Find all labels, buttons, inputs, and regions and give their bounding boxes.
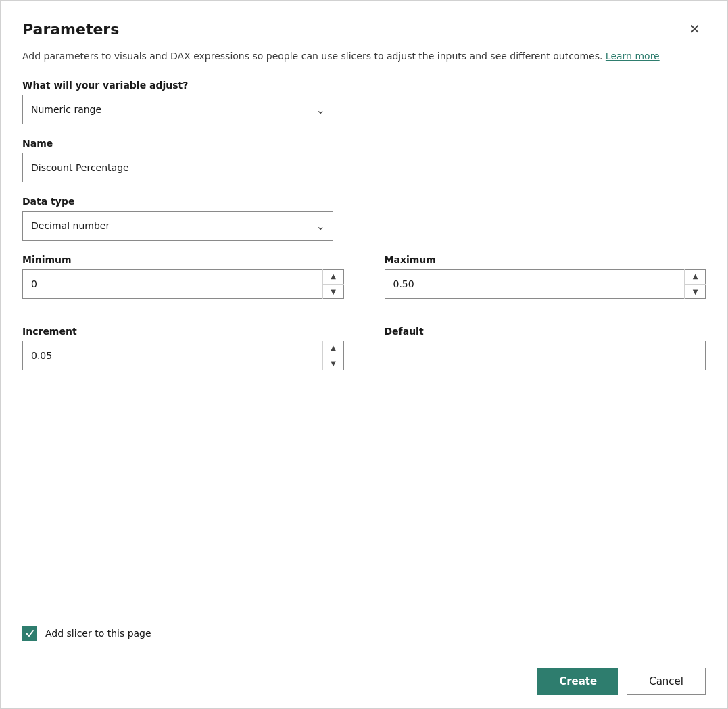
default-spinner-wrapper (385, 341, 706, 370)
name-field-group: Name (22, 138, 706, 182)
min-max-grid: Minimum ▲ ▼ Maximum (22, 254, 706, 312)
default-input[interactable] (385, 341, 706, 370)
maximum-down-button[interactable]: ▼ (685, 285, 706, 299)
increment-field-group: Increment ▲ ▼ (22, 326, 344, 370)
add-slicer-checkbox[interactable] (22, 626, 37, 641)
checkmark-icon (25, 629, 34, 638)
cancel-button[interactable]: Cancel (627, 668, 706, 695)
minimum-field-group: Minimum ▲ ▼ (22, 254, 344, 299)
data-type-select[interactable]: Decimal number Whole number Text Date (22, 211, 333, 241)
increment-label: Increment (22, 326, 344, 337)
down-arrow-icon-max: ▼ (693, 288, 698, 295)
name-label: Name (22, 138, 706, 149)
minimum-down-button[interactable]: ▼ (323, 285, 344, 299)
minimum-spinner-wrapper: ▲ ▼ (22, 269, 344, 299)
minimum-spinner-buttons: ▲ ▼ (322, 269, 344, 299)
add-slicer-label: Add slicer to this page (45, 628, 151, 639)
maximum-label: Maximum (385, 254, 706, 265)
data-type-label: Data type (22, 196, 706, 207)
increment-default-grid: Increment ▲ ▼ Default (22, 326, 706, 384)
variable-label: What will your variable adjust? (22, 80, 706, 91)
footer-section: Add slicer to this page (1, 612, 727, 654)
parameters-dialog: Parameters ✕ Add parameters to visuals a… (0, 0, 728, 709)
learn-more-link[interactable]: Learn more (606, 51, 660, 62)
default-field-group: Default (385, 326, 706, 370)
action-bar: Create Cancel (1, 654, 727, 708)
close-button[interactable]: ✕ (683, 20, 706, 39)
down-arrow-icon-inc: ▼ (331, 360, 336, 367)
up-arrow-icon-max: ▲ (693, 272, 698, 280)
create-button[interactable]: Create (537, 668, 618, 695)
maximum-up-button[interactable]: ▲ (685, 269, 706, 285)
increment-up-button[interactable]: ▲ (323, 341, 344, 356)
checkbox-row: Add slicer to this page (22, 626, 706, 641)
down-arrow-icon: ▼ (331, 288, 336, 295)
increment-spinner-buttons: ▲ ▼ (322, 341, 344, 370)
variable-select[interactable]: Numeric range List of values Any value (22, 95, 333, 124)
maximum-field-group: Maximum ▲ ▼ (385, 254, 706, 299)
up-arrow-icon: ▲ (331, 272, 336, 280)
increment-input[interactable] (22, 341, 344, 370)
maximum-spinner-buttons: ▲ ▼ (684, 269, 706, 299)
default-label: Default (385, 326, 706, 337)
close-icon: ✕ (689, 22, 700, 36)
variable-select-wrapper: Numeric range List of values Any value ⌄ (22, 95, 333, 124)
dialog-body: Add parameters to visuals and DAX expres… (1, 49, 727, 612)
minimum-label: Minimum (22, 254, 344, 265)
up-arrow-icon-inc: ▲ (331, 344, 336, 351)
variable-field-group: What will your variable adjust? Numeric … (22, 80, 706, 124)
maximum-spinner-wrapper: ▲ ▼ (385, 269, 706, 299)
minimum-up-button[interactable]: ▲ (323, 269, 344, 285)
description-text: Add parameters to visuals and DAX expres… (22, 49, 706, 64)
dialog-title: Parameters (22, 21, 119, 38)
name-input[interactable] (22, 153, 333, 182)
increment-spinner-wrapper: ▲ ▼ (22, 341, 344, 370)
dialog-header: Parameters ✕ (1, 1, 727, 49)
minimum-input[interactable] (22, 269, 344, 299)
data-type-field-group: Data type Decimal number Whole number Te… (22, 196, 706, 241)
data-type-select-wrapper: Decimal number Whole number Text Date ⌄ (22, 211, 333, 241)
increment-down-button[interactable]: ▼ (323, 356, 344, 371)
maximum-input[interactable] (385, 269, 706, 299)
